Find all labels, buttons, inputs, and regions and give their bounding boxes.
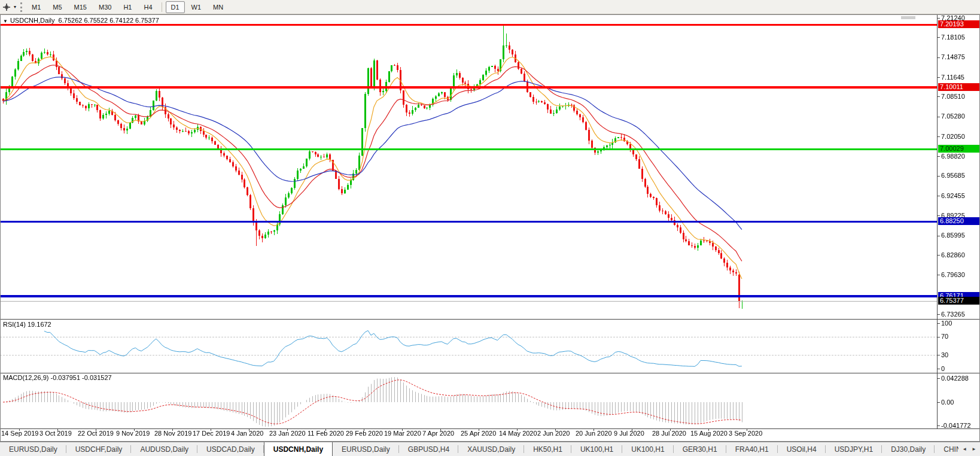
timeframe-w1[interactable]: W1 <box>186 1 207 13</box>
chart-tab-usdcad-daily[interactable]: USDCAD,Daily <box>197 442 264 456</box>
tab-label: CHINA300,H1 <box>944 445 958 454</box>
toolbar-separator <box>162 2 162 12</box>
tab-label: USDCAD,Daily <box>206 445 255 454</box>
chart-window: ▼USDCNH,Daily 6.75262 6.75522 6.74122 6.… <box>0 14 980 442</box>
timeframe-m1[interactable]: M1 <box>26 1 46 13</box>
chart-tab-china300-h1[interactable]: CHINA300,H1 <box>935 442 958 456</box>
tab-scroll-arrows: ◄ ► <box>958 442 980 456</box>
symbol-collapse-icon[interactable]: ▼ <box>3 19 8 24</box>
tab-label: EURUSD,Daily <box>9 445 57 454</box>
tab-label: AUDUSD,Daily <box>140 445 188 454</box>
chart-tab-fra40-h1[interactable]: FRA40,H1 <box>726 442 778 456</box>
chart-scrollbar-thumb[interactable] <box>901 16 915 19</box>
crosshair-tool-icon[interactable] <box>1 2 12 13</box>
timeframe-buttons: M1M5M15M30H1H4D1W1MN <box>26 0 229 14</box>
tab-label: UK100,H1 <box>631 445 664 454</box>
rsi-indicator-label: RSI(14) 19.1672 <box>3 321 51 328</box>
chart-ohlc-values: 6.75262 6.75522 6.74122 6.75377 <box>59 17 159 24</box>
chart-tab-usdjpy-h1[interactable]: USDJPY,H1 <box>826 442 882 456</box>
tab-label: HK50,H1 <box>533 445 562 454</box>
chart-tab-xauusd-daily[interactable]: XAUUSD,Daily <box>458 442 524 456</box>
tab-label: EURUSD,Daily <box>342 445 390 454</box>
chart-tab-hk50-h1[interactable]: HK50,H1 <box>524 442 571 456</box>
chart-symbol-label: USDCNH,Daily <box>10 17 55 24</box>
timeframe-m5[interactable]: M5 <box>47 1 67 13</box>
chart-tab-usoil-h4[interactable]: USOil,H4 <box>778 442 826 456</box>
timeframe-mn[interactable]: MN <box>208 1 229 13</box>
chart-tab-dj30-daily[interactable]: DJ30,Daily <box>882 442 935 456</box>
tab-label: UK100,H1 <box>580 445 613 454</box>
chart-tab-eurusd-daily[interactable]: EURUSD,Daily <box>0 442 66 456</box>
chart-tab-eurusd-daily[interactable]: EURUSD,Daily <box>333 442 399 456</box>
rsi-value: 19.1672 <box>28 321 51 328</box>
timeframe-h1[interactable]: H1 <box>118 1 137 13</box>
tab-label: USOil,H4 <box>787 445 817 454</box>
chart-tab-uk100-h1[interactable]: UK100,H1 <box>571 442 622 456</box>
tab-label: USDCNH,Daily <box>273 445 323 454</box>
timeframe-d1[interactable]: D1 <box>166 1 185 13</box>
chart-tab-usdcnh-daily[interactable]: USDCNH,Daily <box>264 442 333 456</box>
macd-name: MACD(12,26,9) <box>3 374 48 381</box>
chart-tab-uk100-h1[interactable]: UK100,H1 <box>622 442 673 456</box>
rsi-name: RSI(14) <box>3 321 26 328</box>
toolbar-dropdown-caret[interactable]: ▾ <box>12 4 18 10</box>
chart-tab-ger30-h1[interactable]: GER30,H1 <box>674 442 726 456</box>
tab-scroll-right-icon[interactable]: ► <box>972 446 976 452</box>
tab-label: DJ30,Daily <box>891 445 926 454</box>
chart-tab-audusd-daily[interactable]: AUDUSD,Daily <box>131 442 197 456</box>
chart-tab-gbpusd-h4[interactable]: GBPUSD,H4 <box>399 442 458 456</box>
toolbar-grip[interactable] <box>20 2 22 12</box>
timeframe-m15[interactable]: M15 <box>69 1 92 13</box>
timeframe-m30[interactable]: M30 <box>93 1 117 13</box>
crosshair-icon <box>2 3 11 11</box>
macd-indicator-label: MACD(12,26,9) -0.037951 -0.031527 <box>3 374 112 381</box>
chart-tab-usdchf-daily[interactable]: USDCHF,Daily <box>66 442 132 456</box>
top-toolbar: ▾ M1M5M15M30H1H4D1W1MN <box>0 0 980 14</box>
chart-tabs-bar: EURUSD,DailyUSDCHF,DailyAUDUSD,DailyUSDC… <box>0 442 980 456</box>
chart-title: ▼USDCNH,Daily 6.75262 6.75522 6.74122 6.… <box>3 17 159 24</box>
tab-scroll-left-icon[interactable]: ◄ <box>962 446 967 452</box>
tab-label: GER30,H1 <box>683 445 717 454</box>
tab-label: USDJPY,H1 <box>835 445 873 454</box>
macd-value: -0.037951 -0.031527 <box>50 374 111 381</box>
tab-label: GBPUSD,H4 <box>408 445 449 454</box>
tab-list: EURUSD,DailyUSDCHF,DailyAUDUSD,DailyUSDC… <box>0 442 958 456</box>
chart-canvas[interactable] <box>0 14 980 442</box>
tab-label: USDCHF,Daily <box>75 445 123 454</box>
timeframe-h4[interactable]: H4 <box>138 1 157 13</box>
tab-label: FRA40,H1 <box>735 445 769 454</box>
tab-label: XAUUSD,Daily <box>467 445 515 454</box>
